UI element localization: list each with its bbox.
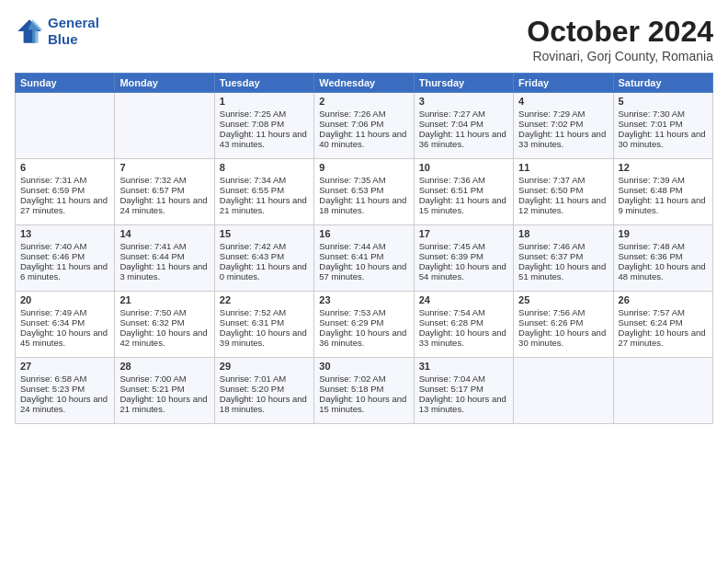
sunrise-text: Sunrise: 7:53 AM [319, 307, 385, 317]
daylight-text: Daylight: 11 hours and 43 minutes. [220, 129, 307, 149]
logo-general: General [48, 15, 99, 30]
daylight-text: Daylight: 10 hours and 15 minutes. [319, 394, 406, 414]
sunset-text: Sunset: 6:32 PM [119, 317, 184, 327]
sunrise-text: Sunrise: 7:36 AM [419, 175, 485, 185]
calendar-cell: 29 Sunrise: 7:01 AM Sunset: 5:20 PM Dayl… [214, 358, 313, 424]
daylight-text: Daylight: 11 hours and 27 minutes. [20, 195, 108, 215]
daylight-text: Daylight: 11 hours and 12 minutes. [518, 195, 606, 215]
calendar-cell [514, 358, 613, 424]
daylight-text: Daylight: 10 hours and 21 minutes. [119, 394, 207, 414]
daylight-text: Daylight: 11 hours and 40 minutes. [319, 129, 406, 149]
calendar-cell: 28 Sunrise: 7:00 AM Sunset: 5:21 PM Dayl… [115, 358, 214, 424]
sunset-text: Sunset: 5:17 PM [419, 384, 483, 394]
daylight-text: Daylight: 10 hours and 18 minutes. [220, 394, 307, 414]
calendar-cell: 7 Sunrise: 7:32 AM Sunset: 6:57 PM Dayli… [115, 159, 214, 225]
sunrise-text: Sunrise: 7:41 AM [119, 241, 186, 251]
sunset-text: Sunset: 6:44 PM [119, 251, 184, 261]
calendar-week-4: 20 Sunrise: 7:49 AM Sunset: 6:34 PM Dayl… [16, 292, 713, 358]
calendar-cell: 15 Sunrise: 7:42 AM Sunset: 6:43 PM Dayl… [214, 225, 313, 292]
sunrise-text: Sunrise: 7:00 AM [119, 373, 186, 384]
daylight-text: Daylight: 11 hours and 24 minutes. [119, 195, 207, 215]
sunset-text: Sunset: 6:46 PM [20, 251, 85, 261]
sunrise-text: Sunrise: 7:57 AM [619, 307, 685, 317]
day-number: 1 [220, 96, 309, 107]
header-row: Sunday Monday Tuesday Wednesday Thursday… [16, 74, 713, 93]
calendar-cell: 10 Sunrise: 7:36 AM Sunset: 6:51 PM Dayl… [414, 159, 513, 225]
sunset-text: Sunset: 6:41 PM [319, 251, 383, 261]
calendar-cell [115, 93, 214, 159]
sunrise-text: Sunrise: 7:46 AM [518, 241, 585, 251]
sunrise-text: Sunrise: 7:35 AM [319, 175, 385, 185]
daylight-text: Daylight: 10 hours and 48 minutes. [619, 261, 706, 282]
daylight-text: Daylight: 11 hours and 3 minutes. [119, 261, 207, 282]
page: General Blue October 2024 Rovinari, Gorj… [0, 0, 728, 563]
sunrise-text: Sunrise: 7:56 AM [518, 307, 585, 317]
sunrise-text: Sunrise: 7:37 AM [518, 175, 585, 185]
header: General Blue October 2024 Rovinari, Gorj… [15, 15, 713, 63]
calendar-cell: 14 Sunrise: 7:41 AM Sunset: 6:44 PM Dayl… [115, 225, 214, 292]
calendar-cell: 6 Sunrise: 7:31 AM Sunset: 6:59 PM Dayli… [16, 159, 115, 225]
sunrise-text: Sunrise: 7:04 AM [419, 373, 485, 384]
subtitle: Rovinari, Gorj County, Romania [527, 49, 713, 63]
calendar-cell: 23 Sunrise: 7:53 AM Sunset: 6:29 PM Dayl… [314, 292, 414, 358]
sunrise-text: Sunrise: 6:58 AM [20, 373, 86, 384]
sunset-text: Sunset: 5:18 PM [319, 384, 383, 394]
day-number: 14 [119, 228, 209, 239]
day-number: 30 [319, 361, 408, 372]
calendar-cell: 20 Sunrise: 7:49 AM Sunset: 6:34 PM Dayl… [16, 292, 115, 358]
daylight-text: Daylight: 10 hours and 24 minutes. [20, 394, 108, 414]
sunrise-text: Sunrise: 7:48 AM [619, 241, 685, 251]
sunrise-text: Sunrise: 7:40 AM [20, 241, 86, 251]
daylight-text: Daylight: 11 hours and 21 minutes. [220, 195, 307, 215]
day-number: 10 [419, 162, 508, 173]
daylight-text: Daylight: 11 hours and 6 minutes. [20, 261, 108, 282]
sunset-text: Sunset: 5:21 PM [119, 384, 184, 394]
calendar-cell: 11 Sunrise: 7:37 AM Sunset: 6:50 PM Dayl… [514, 159, 613, 225]
calendar-cell: 4 Sunrise: 7:29 AM Sunset: 7:02 PM Dayli… [514, 93, 613, 159]
daylight-text: Daylight: 10 hours and 51 minutes. [518, 261, 606, 282]
sunrise-text: Sunrise: 7:39 AM [619, 175, 685, 185]
calendar-cell: 9 Sunrise: 7:35 AM Sunset: 6:53 PM Dayli… [314, 159, 414, 225]
calendar-cell: 2 Sunrise: 7:26 AM Sunset: 7:06 PM Dayli… [314, 93, 414, 159]
calendar-cell [613, 358, 712, 424]
day-number: 5 [619, 96, 708, 107]
daylight-text: Daylight: 10 hours and 39 minutes. [220, 327, 307, 348]
calendar-cell: 21 Sunrise: 7:50 AM Sunset: 6:32 PM Dayl… [115, 292, 214, 358]
calendar-cell: 22 Sunrise: 7:52 AM Sunset: 6:31 PM Dayl… [214, 292, 313, 358]
col-thursday: Thursday [414, 74, 513, 93]
calendar-week-5: 27 Sunrise: 6:58 AM Sunset: 5:23 PM Dayl… [16, 358, 713, 424]
day-number: 4 [518, 96, 608, 107]
day-number: 29 [220, 361, 309, 372]
day-number: 6 [20, 162, 109, 173]
sunset-text: Sunset: 6:55 PM [220, 185, 284, 195]
calendar-cell: 5 Sunrise: 7:30 AM Sunset: 7:01 PM Dayli… [613, 93, 712, 159]
logo-icon [15, 17, 44, 46]
sunset-text: Sunset: 6:24 PM [619, 317, 683, 327]
sunrise-text: Sunrise: 7:50 AM [119, 307, 186, 317]
calendar-cell: 17 Sunrise: 7:45 AM Sunset: 6:39 PM Dayl… [414, 225, 513, 292]
calendar-cell: 26 Sunrise: 7:57 AM Sunset: 6:24 PM Dayl… [613, 292, 712, 358]
day-number: 8 [220, 162, 309, 173]
calendar-cell: 16 Sunrise: 7:44 AM Sunset: 6:41 PM Dayl… [314, 225, 414, 292]
day-number: 25 [518, 294, 608, 305]
day-number: 17 [419, 228, 508, 239]
calendar-cell: 18 Sunrise: 7:46 AM Sunset: 6:37 PM Dayl… [514, 225, 613, 292]
day-number: 26 [619, 294, 708, 305]
sunset-text: Sunset: 6:57 PM [119, 185, 184, 195]
daylight-text: Daylight: 10 hours and 33 minutes. [419, 327, 506, 348]
calendar-cell: 1 Sunrise: 7:25 AM Sunset: 7:08 PM Dayli… [214, 93, 313, 159]
col-monday: Monday [115, 74, 214, 93]
sunset-text: Sunset: 6:50 PM [518, 185, 583, 195]
day-number: 24 [419, 294, 508, 305]
daylight-text: Daylight: 10 hours and 13 minutes. [419, 394, 506, 414]
daylight-text: Daylight: 10 hours and 54 minutes. [419, 261, 506, 282]
sunrise-text: Sunrise: 7:42 AM [220, 241, 286, 251]
sunset-text: Sunset: 6:51 PM [419, 185, 483, 195]
daylight-text: Daylight: 11 hours and 30 minutes. [619, 129, 706, 149]
logo: General Blue [15, 15, 99, 48]
calendar-cell: 31 Sunrise: 7:04 AM Sunset: 5:17 PM Dayl… [414, 358, 513, 424]
calendar-cell: 24 Sunrise: 7:54 AM Sunset: 6:28 PM Dayl… [414, 292, 513, 358]
sunset-text: Sunset: 7:01 PM [619, 119, 683, 129]
calendar-cell: 8 Sunrise: 7:34 AM Sunset: 6:55 PM Dayli… [214, 159, 313, 225]
sunset-text: Sunset: 6:48 PM [619, 185, 683, 195]
